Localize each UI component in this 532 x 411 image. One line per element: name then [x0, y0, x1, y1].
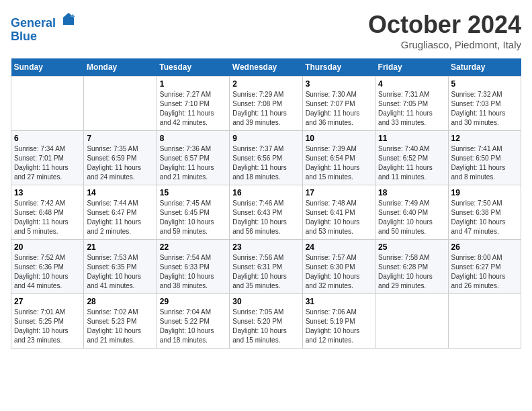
day-number: 16 [232, 188, 299, 197]
day-info: Sunrise: 7:27 AM Sunset: 7:10 PM Dayligh… [160, 90, 226, 128]
month-title: October 2024 [368, 11, 521, 39]
calendar-day-cell: 13Sunrise: 7:42 AM Sunset: 6:48 PM Dayli… [11, 185, 84, 240]
day-number: 25 [378, 242, 445, 252]
calendar-day-cell: 14Sunrise: 7:44 AM Sunset: 6:47 PM Dayli… [84, 185, 157, 240]
calendar-day-cell [84, 77, 157, 131]
calendar-day-cell: 28Sunrise: 7:02 AM Sunset: 5:23 PM Dayli… [84, 294, 157, 349]
day-number: 7 [87, 134, 153, 143]
day-info: Sunrise: 7:06 AM Sunset: 5:19 PM Dayligh… [306, 308, 372, 345]
day-info: Sunrise: 7:57 AM Sunset: 6:30 PM Dayligh… [306, 253, 372, 291]
weekday-header-sunday: Sunday [11, 58, 84, 77]
calendar-day-cell: 30Sunrise: 7:05 AM Sunset: 5:20 PM Dayli… [230, 294, 302, 349]
weekday-header-wednesday: Wednesday [230, 58, 302, 77]
calendar-day-cell: 31Sunrise: 7:06 AM Sunset: 5:19 PM Dayli… [302, 294, 375, 349]
weekday-header-tuesday: Tuesday [157, 58, 229, 77]
day-number: 20 [14, 242, 81, 252]
calendar-day-cell: 22Sunrise: 7:54 AM Sunset: 6:33 PM Dayli… [157, 240, 229, 294]
calendar-day-cell [375, 294, 448, 349]
day-info: Sunrise: 7:31 AM Sunset: 7:05 PM Dayligh… [378, 90, 445, 128]
logo: General Blue [11, 11, 77, 44]
day-number: 14 [87, 188, 153, 197]
day-number: 2 [232, 79, 299, 89]
calendar-day-cell: 6Sunrise: 7:34 AM Sunset: 7:01 PM Daylig… [11, 131, 84, 185]
calendar-day-cell: 1Sunrise: 7:27 AM Sunset: 7:10 PM Daylig… [157, 77, 229, 131]
day-number: 4 [378, 79, 445, 89]
calendar-day-cell: 20Sunrise: 7:52 AM Sunset: 6:36 PM Dayli… [11, 240, 84, 294]
day-number: 28 [87, 297, 153, 306]
day-info: Sunrise: 7:42 AM Sunset: 6:48 PM Dayligh… [14, 199, 81, 236]
day-number: 22 [160, 242, 226, 252]
day-number: 24 [306, 242, 372, 252]
day-info: Sunrise: 7:49 AM Sunset: 6:40 PM Dayligh… [378, 199, 445, 236]
calendar-day-cell: 25Sunrise: 7:58 AM Sunset: 6:28 PM Dayli… [375, 240, 448, 294]
day-info: Sunrise: 7:44 AM Sunset: 6:47 PM Dayligh… [87, 199, 153, 236]
day-info: Sunrise: 7:54 AM Sunset: 6:33 PM Dayligh… [160, 253, 226, 291]
calendar-day-cell: 10Sunrise: 7:39 AM Sunset: 6:54 PM Dayli… [302, 131, 375, 185]
weekday-header-thursday: Thursday [302, 58, 375, 77]
weekday-header-row: SundayMondayTuesdayWednesdayThursdayFrid… [11, 58, 521, 77]
calendar-day-cell: 16Sunrise: 7:46 AM Sunset: 6:43 PM Dayli… [230, 185, 302, 240]
day-number: 9 [232, 134, 299, 143]
day-number: 6 [14, 134, 81, 143]
calendar-table: SundayMondayTuesdayWednesdayThursdayFrid… [11, 58, 521, 349]
day-info: Sunrise: 7:45 AM Sunset: 6:45 PM Dayligh… [160, 199, 226, 236]
day-info: Sunrise: 7:01 AM Sunset: 5:25 PM Dayligh… [14, 308, 81, 345]
calendar-day-cell: 7Sunrise: 7:35 AM Sunset: 6:59 PM Daylig… [84, 131, 157, 185]
day-info: Sunrise: 7:46 AM Sunset: 6:43 PM Dayligh… [232, 199, 299, 236]
calendar-day-cell: 21Sunrise: 7:53 AM Sunset: 6:35 PM Dayli… [84, 240, 157, 294]
day-info: Sunrise: 7:37 AM Sunset: 6:56 PM Dayligh… [232, 144, 299, 182]
calendar-day-cell: 3Sunrise: 7:30 AM Sunset: 7:07 PM Daylig… [302, 77, 375, 131]
day-number: 17 [306, 188, 372, 197]
calendar-week-row: 27Sunrise: 7:01 AM Sunset: 5:25 PM Dayli… [11, 294, 521, 349]
location: Grugliasco, Piedmont, Italy [368, 39, 521, 50]
logo-blue: Blue [11, 30, 77, 44]
day-info: Sunrise: 7:29 AM Sunset: 7:08 PM Dayligh… [232, 90, 299, 128]
day-info: Sunrise: 7:50 AM Sunset: 6:38 PM Dayligh… [451, 199, 518, 236]
calendar-week-row: 13Sunrise: 7:42 AM Sunset: 6:48 PM Dayli… [11, 185, 521, 240]
day-info: Sunrise: 7:30 AM Sunset: 7:07 PM Dayligh… [306, 90, 372, 128]
day-number: 15 [160, 188, 226, 197]
calendar-day-cell: 29Sunrise: 7:04 AM Sunset: 5:22 PM Dayli… [157, 294, 229, 349]
calendar-day-cell: 26Sunrise: 8:00 AM Sunset: 6:27 PM Dayli… [448, 240, 521, 294]
day-number: 3 [306, 79, 372, 89]
day-number: 5 [451, 79, 518, 89]
day-number: 29 [160, 297, 226, 306]
calendar-day-cell: 5Sunrise: 7:32 AM Sunset: 7:03 PM Daylig… [448, 77, 521, 131]
day-info: Sunrise: 7:48 AM Sunset: 6:41 PM Dayligh… [306, 199, 372, 236]
calendar-day-cell: 18Sunrise: 7:49 AM Sunset: 6:40 PM Dayli… [375, 185, 448, 240]
logo-general: General [11, 16, 56, 30]
calendar-day-cell: 15Sunrise: 7:45 AM Sunset: 6:45 PM Dayli… [157, 185, 229, 240]
day-number: 26 [451, 242, 518, 252]
calendar-day-cell: 8Sunrise: 7:36 AM Sunset: 6:57 PM Daylig… [157, 131, 229, 185]
calendar-day-cell [448, 294, 521, 349]
day-number: 1 [160, 79, 226, 89]
day-info: Sunrise: 7:40 AM Sunset: 6:52 PM Dayligh… [378, 144, 445, 182]
day-info: Sunrise: 7:41 AM Sunset: 6:50 PM Dayligh… [451, 144, 518, 182]
day-info: Sunrise: 7:02 AM Sunset: 5:23 PM Dayligh… [87, 308, 153, 345]
calendar-day-cell: 2Sunrise: 7:29 AM Sunset: 7:08 PM Daylig… [230, 77, 302, 131]
day-number: 10 [306, 134, 372, 143]
day-info: Sunrise: 7:35 AM Sunset: 6:59 PM Dayligh… [87, 144, 153, 182]
day-number: 12 [451, 134, 518, 143]
day-info: Sunrise: 8:00 AM Sunset: 6:27 PM Dayligh… [451, 253, 518, 291]
calendar-week-row: 20Sunrise: 7:52 AM Sunset: 6:36 PM Dayli… [11, 240, 521, 294]
calendar-day-cell: 11Sunrise: 7:40 AM Sunset: 6:52 PM Dayli… [375, 131, 448, 185]
day-info: Sunrise: 7:36 AM Sunset: 6:57 PM Dayligh… [160, 144, 226, 182]
calendar-day-cell: 27Sunrise: 7:01 AM Sunset: 5:25 PM Dayli… [11, 294, 84, 349]
day-number: 11 [378, 134, 445, 143]
logo-text: General [11, 11, 77, 30]
logo-icon [60, 11, 77, 27]
day-number: 19 [451, 188, 518, 197]
title-section: October 2024 Grugliasco, Piedmont, Italy [368, 11, 521, 50]
day-number: 27 [14, 297, 81, 306]
day-number: 13 [14, 188, 81, 197]
calendar-day-cell [11, 77, 84, 131]
day-info: Sunrise: 7:53 AM Sunset: 6:35 PM Dayligh… [87, 253, 153, 291]
calendar-week-row: 6Sunrise: 7:34 AM Sunset: 7:01 PM Daylig… [11, 131, 521, 185]
calendar-day-cell: 23Sunrise: 7:56 AM Sunset: 6:31 PM Dayli… [230, 240, 302, 294]
calendar-day-cell: 9Sunrise: 7:37 AM Sunset: 6:56 PM Daylig… [230, 131, 302, 185]
day-info: Sunrise: 7:39 AM Sunset: 6:54 PM Dayligh… [306, 144, 372, 182]
day-info: Sunrise: 7:58 AM Sunset: 6:28 PM Dayligh… [378, 253, 445, 291]
calendar-day-cell: 4Sunrise: 7:31 AM Sunset: 7:05 PM Daylig… [375, 77, 448, 131]
day-info: Sunrise: 7:32 AM Sunset: 7:03 PM Dayligh… [451, 90, 518, 128]
